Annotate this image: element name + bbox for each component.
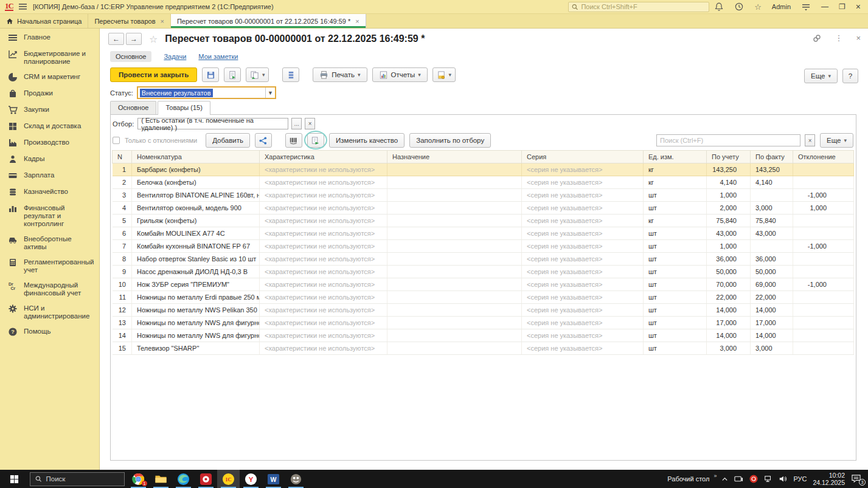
table-row[interactable]: 2Белочка (конфеты)<характеристики не исп…	[113, 176, 854, 189]
table-cell[interactable]: <характеристики не используются>	[260, 240, 387, 253]
table-cell[interactable]: 9	[113, 266, 132, 278]
table-cell[interactable]: 3,000	[707, 342, 751, 355]
table-cell[interactable]	[793, 227, 854, 240]
barcode-scan-button[interactable]	[285, 133, 302, 148]
table-row[interactable]: 1Барбарис (конфеты)<характеристики не ис…	[113, 163, 854, 176]
table-cell[interactable]: 70,000	[707, 278, 751, 291]
only-deviations-checkbox[interactable]	[113, 137, 120, 144]
sidebar-item-regulated[interactable]: Регламентированный учет	[0, 255, 99, 278]
table-cell[interactable]: 36,000	[751, 253, 793, 266]
table-cell[interactable]: 10	[113, 278, 132, 291]
table-cell[interactable]: шт	[644, 317, 707, 329]
table-cell[interactable]	[387, 253, 522, 266]
table-cell[interactable]: <характеристики не используются>	[260, 202, 387, 215]
fill-actual-button[interactable]	[307, 133, 324, 148]
minimize-button[interactable]: —	[821, 2, 828, 11]
table-cell[interactable]: 14,000	[707, 304, 751, 317]
post-button[interactable]	[224, 67, 241, 82]
table-search-input[interactable]	[660, 137, 797, 144]
table-cell[interactable]: 22,000	[707, 291, 751, 304]
current-user[interactable]: Admin	[772, 3, 791, 10]
table-cell[interactable]: кг	[644, 215, 707, 227]
table-cell[interactable]: <серия не указывается>	[522, 189, 644, 202]
action-center-button[interactable]: 3	[851, 474, 863, 484]
table-cell[interactable]: 11	[113, 291, 132, 304]
table-cell[interactable]	[387, 202, 522, 215]
table-cell[interactable]: шт	[644, 291, 707, 304]
table-cell[interactable]	[387, 317, 522, 329]
table-cell[interactable]: <серия не указывается>	[522, 176, 644, 189]
table-cell[interactable]: Ножницы по металлу Erdi правые 250 мм	[132, 291, 260, 304]
doc-nav-main[interactable]: Основное	[110, 51, 151, 62]
table-row[interactable]: 11Ножницы по металлу Erdi правые 250 мм<…	[113, 291, 854, 304]
table-cell[interactable]: 3	[113, 189, 132, 202]
table-cell[interactable]: 14,000	[751, 329, 793, 342]
tab-home[interactable]: Начальная страница	[0, 14, 88, 28]
table-cell[interactable]: 4,140	[751, 176, 793, 189]
table-cell[interactable]: <характеристики не используются>	[260, 176, 387, 189]
doc-more-button[interactable]: Еще▾	[804, 69, 838, 83]
table-cell[interactable]: 1,000	[793, 202, 854, 215]
table-cell[interactable]	[793, 163, 854, 176]
table-cell[interactable]: 17,000	[707, 317, 751, 329]
global-search[interactable]	[568, 2, 709, 12]
table-cell[interactable]: Грильяж (конфеты)	[132, 215, 260, 227]
start-button[interactable]	[0, 470, 28, 488]
favorites-star-icon[interactable]: ☆	[754, 3, 762, 11]
table-cell[interactable]: 13	[113, 317, 132, 329]
create-based-on-button[interactable]: ▾	[246, 67, 269, 82]
table-cell[interactable]: 75,840	[707, 215, 751, 227]
sidebar-item-menu[interactable]: Главное	[0, 30, 99, 46]
table-cell[interactable]: <серия не указывается>	[522, 304, 644, 317]
table-cell[interactable]: 5	[113, 215, 132, 227]
table-cell[interactable]	[387, 278, 522, 291]
table-cell[interactable]: 15	[113, 342, 132, 355]
table-cell[interactable]: 7	[113, 240, 132, 253]
table-cell[interactable]: 36,000	[707, 253, 751, 266]
share-button[interactable]	[255, 133, 272, 148]
post-and-close-button[interactable]: Провести и закрыть	[110, 67, 197, 82]
table-row[interactable]: 13Ножницы по металлу NWS для фигурно...<…	[113, 317, 854, 329]
table-row[interactable]: 10Нож ЗУБР серия "ПРЕМИУМ"<характеристик…	[113, 278, 854, 291]
table-cell[interactable]	[387, 189, 522, 202]
table-cell[interactable]	[387, 163, 522, 176]
table-row[interactable]: 5Грильяж (конфеты)<характеристики не исп…	[113, 215, 854, 227]
table-cell[interactable]: 1	[113, 163, 132, 176]
column-header[interactable]: Ед. изм.	[644, 151, 707, 163]
table-cell[interactable]: Ножницы по металлу NWS для фигурно...	[132, 317, 260, 329]
table-cell[interactable]: кг	[644, 163, 707, 176]
table-cell[interactable]	[793, 176, 854, 189]
save-button[interactable]	[202, 67, 219, 82]
sidebar-item-warehouse[interactable]: Склад и доставка	[0, 119, 99, 135]
status-combobox[interactable]: Внесение результатов ▼	[137, 86, 276, 99]
table-cell[interactable]	[387, 215, 522, 227]
table-cell[interactable]	[387, 342, 522, 355]
table-cell[interactable]	[793, 342, 854, 355]
sidebar-item-assets[interactable]: Внеоборотные активы	[0, 232, 99, 255]
table-cell[interactable]	[793, 291, 854, 304]
filter-clear-icon[interactable]: ×	[305, 118, 315, 129]
table-cell[interactable]	[387, 240, 522, 253]
table-cell[interactable]: Набор отверток Stanley Basic из 10 шт	[132, 253, 260, 266]
table-cell[interactable]: <характеристики не используются>	[260, 329, 387, 342]
doc-nav-tasks[interactable]: Задачи	[164, 53, 186, 60]
sidebar-item-sales[interactable]: Продажи	[0, 86, 99, 102]
table-cell[interactable]: 8	[113, 253, 132, 266]
table-cell[interactable]: Телевизор "SHARP"	[132, 342, 260, 355]
tray-expand-icon[interactable]	[721, 476, 728, 483]
desktop-expand-icon[interactable]: »	[713, 473, 717, 479]
sidebar-item-help[interactable]: ? Помощь	[0, 324, 99, 340]
table-row[interactable]: 4Вентилятор оконный, модель 900<характер…	[113, 202, 854, 215]
doc-nav-notes[interactable]: Мои заметки	[198, 53, 238, 60]
table-cell[interactable]: Белочка (конфеты)	[132, 176, 260, 189]
history-icon[interactable]	[734, 2, 744, 11]
functions-menu-icon[interactable]	[801, 2, 811, 11]
tab-recounts-list[interactable]: Пересчеты товаров ×	[88, 14, 171, 28]
table-cell[interactable]: 1,000	[707, 240, 751, 253]
global-search-input[interactable]	[581, 3, 706, 10]
table-cell[interactable]: Барбарис (конфеты)	[132, 163, 260, 176]
table-cell[interactable]: 14,000	[707, 329, 751, 342]
fill-by-filter-button[interactable]: Заполнить по отбору	[409, 133, 491, 148]
table-cell[interactable]	[793, 266, 854, 278]
table-cell[interactable]: <серия не указывается>	[522, 266, 644, 278]
